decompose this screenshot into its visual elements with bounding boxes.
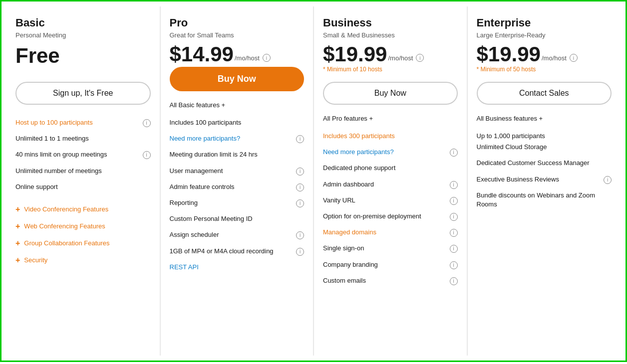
basic-tagline: Personal Meeting (15, 31, 151, 39)
pro-feature-more-participants[interactable]: Need more participants? (170, 134, 295, 143)
business-price-unit: /mo/host (388, 54, 413, 62)
enterprise-cta-button[interactable]: Contact Sales (477, 82, 612, 105)
info-icon-biz-4[interactable]: i (450, 197, 458, 205)
pro-feature-7: Assign scheduler i (170, 227, 305, 243)
basic-feature-text-1: Host up to 100 participants (15, 118, 141, 127)
pro-feature-text-1: Includes 100 participants (170, 118, 305, 127)
enterprise-plan-name: Enterprise (477, 16, 612, 29)
ent-feature-text-2: Dedicated Customer Success Manager (477, 159, 612, 168)
business-tagline: Small & Med Businesses (323, 31, 458, 39)
biz-feature-text-7: Single sign-on (323, 244, 448, 253)
info-icon-biz-8[interactable]: i (450, 261, 458, 269)
info-icon-biz-5[interactable]: i (450, 213, 458, 221)
pro-rest-api[interactable]: REST API (170, 263, 305, 272)
basic-feature-text-3: 40 mins limit on group meetings (15, 150, 141, 159)
basic-feature-2: Unlimited 1 to 1 meetings (15, 131, 151, 147)
ent-feature-text-4: Bundle discounts on Webinars and Zoom Ro… (477, 191, 612, 209)
pro-plan-name: Pro (170, 16, 305, 29)
info-icon-pro-3[interactable]: i (296, 168, 304, 176)
collapsible-group-label: Group Collaboration Features (24, 239, 109, 247)
info-icon-biz-7[interactable]: i (450, 245, 458, 253)
biz-feature-5: Option for on-premise deployment i (323, 208, 458, 224)
pro-feature-1: Includes 100 participants (170, 115, 305, 131)
ent-feature-text-1a: Up to 1,000 participants (477, 132, 545, 141)
info-icon-3[interactable]: i (143, 151, 151, 159)
enterprise-tagline: Large Enterprise-Ready (477, 31, 612, 39)
pro-feature-text-7: Assign scheduler (170, 230, 295, 239)
pro-features-header: All Basic features + (170, 101, 305, 109)
basic-feature-text-2: Unlimited 1 to 1 meetings (15, 134, 151, 143)
biz-feature-text-6: Managed domains (323, 228, 448, 237)
pro-feature-1b[interactable]: Need more participants? i (170, 131, 305, 147)
biz-feature-1b[interactable]: Need more participants? i (323, 144, 458, 160)
info-icon-pro-1b[interactable]: i (296, 135, 304, 143)
info-icon-pro-5[interactable]: i (296, 199, 304, 207)
basic-plan-name: Basic (15, 16, 151, 29)
info-icon-pro-8[interactable]: i (296, 248, 304, 256)
pro-feature-text-2: Meeting duration limit is 24 hrs (170, 150, 305, 159)
business-plan-name: Business (323, 16, 458, 29)
info-icon-ent-3[interactable]: i (604, 176, 612, 184)
collapsible-web-label: Web Conferencing Features (24, 222, 105, 230)
pro-price-large: $14.99 (170, 44, 234, 65)
collapsible-video[interactable]: + Video Conferencing Features (15, 201, 151, 218)
info-icon-biz-1b[interactable]: i (450, 149, 458, 157)
collapsible-group[interactable]: + Group Collaboration Features (15, 235, 151, 252)
info-icon-biz-3[interactable]: i (450, 181, 458, 189)
biz-feature-3: Admin dashboard i (323, 177, 458, 192)
business-price-row: $19.99 /mo/host i (323, 44, 458, 65)
business-price-info[interactable]: i (416, 54, 424, 62)
business-price-large: $19.99 (323, 44, 387, 65)
biz-feature-6: Managed domains i (323, 224, 458, 240)
pricing-grid: Basic Personal Meeting Free Sign up, It'… (6, 6, 621, 356)
basic-feature-1: Host up to 100 participants i (15, 115, 151, 131)
pro-price-info-icon[interactable]: i (263, 53, 271, 62)
biz-feature-7: Single sign-on i (323, 240, 458, 256)
enterprise-price-unit: /mo/host (542, 54, 567, 62)
ent-feature-text-1b: Unlimited Cloud Storage (477, 143, 547, 152)
business-minimum: * Minimum of 10 hosts (323, 66, 458, 73)
basic-feature-3: 40 mins limit on group meetings i (15, 147, 151, 163)
basic-feature-text-4: Unlimited number of meetings (15, 167, 151, 176)
business-price-info-icon[interactable]: i (416, 53, 424, 62)
collapsible-web[interactable]: + Web Conferencing Features (15, 218, 151, 235)
pro-feature-2: Meeting duration limit is 24 hrs (170, 147, 305, 163)
enterprise-price-info[interactable]: i (570, 54, 578, 62)
pro-cta-button[interactable]: Buy Now (170, 67, 305, 91)
business-cta-button[interactable]: Buy Now (323, 82, 458, 105)
plan-business: Business Small & Med Businesses $19.99 /… (314, 6, 467, 356)
pro-feature-9[interactable]: REST API (170, 259, 305, 275)
basic-price: Free (15, 44, 151, 68)
info-icon-pro-4[interactable]: i (296, 183, 304, 191)
pro-feature-text-3: User management (170, 167, 295, 176)
pro-feature-8: 1GB of MP4 or M4A cloud recording i (170, 243, 305, 259)
biz-feature-text-3: Admin dashboard (323, 180, 448, 189)
biz-feature-2: Dedicated phone support (323, 160, 458, 176)
plan-enterprise: Enterprise Large Enterprise-Ready $19.99… (467, 6, 621, 356)
ent-feature-1: Up to 1,000 participants Unlimited Cloud… (477, 128, 612, 155)
enterprise-price-info-icon[interactable]: i (570, 53, 578, 62)
plus-icon-web: + (15, 222, 20, 231)
pro-price-info[interactable]: i (263, 54, 271, 62)
biz-feature-9: Custom emails i (323, 273, 458, 289)
info-icon-biz-9[interactable]: i (450, 277, 458, 285)
ent-feature-2: Dedicated Customer Success Manager (477, 155, 612, 171)
ent-feature-4: Bundle discounts on Webinars and Zoom Ro… (477, 187, 612, 212)
basic-cta-button[interactable]: Sign up, It's Free (15, 82, 151, 105)
biz-feature-8: Company branding i (323, 257, 458, 273)
plus-icon-security: + (15, 256, 20, 265)
biz-feature-more-participants[interactable]: Need more participants? (323, 148, 448, 157)
pro-feature-text-8: 1GB of MP4 or M4A cloud recording (170, 247, 295, 256)
info-icon-pro-7[interactable]: i (296, 231, 304, 239)
collapsible-video-label: Video Conferencing Features (24, 205, 108, 213)
info-icon-biz-6[interactable]: i (450, 229, 458, 237)
info-icon-1[interactable]: i (143, 119, 151, 127)
pro-price-row: $14.99 /mo/host i (170, 44, 305, 65)
biz-feature-4: Vanity URL i (323, 192, 458, 208)
basic-feature-5: Online support (15, 179, 151, 195)
biz-feature-text-1: Includes 300 participants (323, 132, 458, 141)
biz-feature-text-4: Vanity URL (323, 196, 448, 205)
pro-feature-5: Reporting i (170, 195, 305, 211)
collapsible-security[interactable]: + Security (15, 252, 151, 269)
biz-feature-text-8: Company branding (323, 260, 448, 269)
